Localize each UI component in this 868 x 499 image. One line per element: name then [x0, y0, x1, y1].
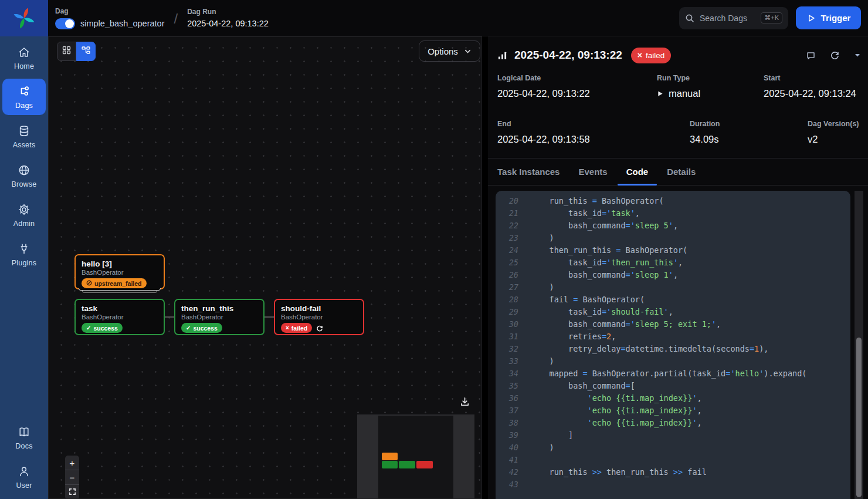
dag-pause-toggle[interactable] — [55, 18, 75, 29]
code-line: 22 bash_command='sleep 5', — [496, 220, 850, 232]
code-line: 34 mapped = BashOperator.partial(task_id… — [496, 367, 850, 380]
airflow-logo[interactable] — [0, 0, 48, 36]
code-line: 27 ) — [496, 281, 850, 294]
dag-graph-panel[interactable]: Options hello [3] BashOperator upstream_… — [48, 36, 482, 499]
sidebar-item-plugins[interactable]: Plugins — [2, 236, 46, 272]
download-graph-icon[interactable] — [459, 396, 470, 410]
run-header: 2025-04-22, 09:13:22 ×failed — [497, 46, 861, 65]
code-scrollbar-track[interactable] — [855, 191, 863, 499]
sidebar-item-docs[interactable]: Docs — [2, 419, 46, 456]
code-line: 35 bash_command=[ — [496, 380, 850, 392]
task-node-operator: BashOperator — [281, 313, 357, 321]
options-dropdown-button[interactable]: Options — [419, 41, 480, 62]
edge-task-to-then-run-this — [165, 316, 174, 318]
sidebar-item-dags[interactable]: Dags — [2, 79, 46, 115]
code-line: 25 task_id='then_run_this', — [496, 257, 850, 269]
code-line: 36 'echo {{ti.map_index}}', — [496, 392, 850, 404]
code-line: 28 fail = BashOperator( — [496, 294, 850, 306]
sidebar-item-label: Docs — [15, 442, 32, 450]
meta-duration: Duration 34.09s — [690, 120, 720, 145]
search-placeholder: Search Dags — [700, 14, 755, 23]
code-line: 41 — [496, 454, 850, 466]
code-area: 20 run_this = BashOperator(21 task_id='t… — [496, 195, 850, 491]
breadcrumb-separator: / — [174, 11, 178, 27]
meta-start: Start 2025-04-22, 09:13:24 — [764, 74, 856, 99]
grid-view-button[interactable] — [57, 42, 76, 61]
dag-label: Dag — [55, 7, 164, 15]
sidebar-item-label: Assets — [13, 141, 36, 149]
task-node-title: should-fail — [281, 304, 357, 313]
dags-icon — [18, 85, 30, 98]
graph-view-button[interactable] — [76, 42, 96, 61]
code-line: 40 ) — [496, 441, 850, 454]
zoom-in-button[interactable]: + — [65, 456, 79, 470]
state-badge-upstream-failed: upstream_failed — [82, 278, 147, 288]
chevron-down-icon[interactable] — [854, 52, 861, 59]
tab-events[interactable]: Events — [578, 159, 607, 186]
code-line: 20 run_this = BashOperator( — [496, 195, 850, 207]
fit-view-button[interactable] — [65, 485, 79, 499]
sidebar-item-label: Admin — [13, 220, 35, 228]
refresh-icon[interactable] — [830, 50, 840, 60]
grid-icon — [62, 45, 72, 58]
task-node-hello[interactable]: hello [3] BashOperator upstream_failed — [74, 254, 165, 289]
meta-run-type: Run Type manual — [657, 74, 700, 99]
state-badge-success: ✓success — [82, 323, 123, 333]
meta-logical-date: Logical Date 2025-04-22, 09:13:22 — [497, 74, 590, 99]
task-node-task[interactable]: task BashOperator ✓success — [74, 299, 165, 335]
sidebar-item-label: User — [16, 481, 32, 490]
sidebar-item-user[interactable]: User — [2, 458, 46, 495]
sidebar-item-admin[interactable]: Admin — [2, 197, 46, 233]
task-node-operator: BashOperator — [181, 313, 257, 321]
chevron-down-icon — [464, 48, 472, 55]
sidebar-item-home[interactable]: Home — [2, 39, 46, 76]
detail-tabs: Task Instances Events Code Details — [488, 159, 868, 186]
sidebar-item-assets[interactable]: Assets — [2, 118, 46, 154]
notes-icon[interactable] — [806, 50, 816, 60]
task-node-operator: BashOperator — [82, 269, 158, 276]
code-line: 24 then_run_this = BashOperator( — [496, 244, 850, 257]
book-icon — [18, 426, 30, 439]
state-badge-success: ✓success — [181, 323, 222, 333]
meta-dag-versions: Dag Version(s) v2 — [808, 120, 859, 145]
x-icon: × — [286, 325, 289, 331]
code-line: 39 ] — [496, 429, 850, 441]
search-dags-input[interactable]: Search Dags ⌘+K — [679, 7, 788, 29]
airflow-pinwheel-icon — [12, 6, 36, 31]
search-icon — [685, 14, 694, 23]
code-line: 32 retry_delay=datetime.timedelta(second… — [496, 343, 850, 355]
tab-details[interactable]: Details — [667, 159, 696, 186]
task-node-should-fail[interactable]: should-fail BashOperator ×failed — [274, 299, 364, 335]
edge-then-run-this-to-should-fail — [265, 316, 274, 318]
code-line: 23 ) — [496, 232, 850, 244]
task-node-operator: BashOperator — [82, 313, 158, 321]
breadcrumb-dag: Dag simple_bash_operator — [55, 7, 164, 29]
view-toggle-group — [57, 42, 96, 61]
code-line: 42 run_this >> then_run_this >> fail — [496, 466, 850, 478]
dag-name-link[interactable]: simple_bash_operator — [80, 19, 164, 28]
retry-icon — [316, 325, 323, 332]
dag-run-detail-panel: 2025-04-22, 09:13:22 ×failed Logical Dat… — [488, 36, 868, 499]
minimap-node-should-fail — [416, 461, 433, 468]
sidebar-bottom-nav: Docs User — [0, 416, 48, 499]
code-viewer[interactable]: 20 run_this = BashOperator(21 task_id='t… — [496, 191, 850, 499]
task-node-title: task — [82, 304, 158, 313]
code-scrollbar-thumb[interactable] — [856, 338, 862, 497]
run-title: 2025-04-22, 09:13:22 — [514, 49, 622, 62]
code-line: 31 retries=2, — [496, 331, 850, 343]
fullscreen-icon — [69, 487, 76, 497]
task-node-then-run-this[interactable]: then_run_this BashOperator ✓success — [174, 299, 265, 335]
task-node-title: hello [3] — [82, 259, 158, 268]
tab-code[interactable]: Code — [626, 159, 649, 186]
graph-minimap[interactable] — [357, 414, 474, 499]
bar-chart-icon — [497, 50, 507, 60]
check-icon: ✓ — [86, 325, 91, 331]
tab-task-instances[interactable]: Task Instances — [497, 159, 560, 186]
state-badge-failed: ×failed — [281, 323, 312, 333]
sidebar-item-browse[interactable]: Browse — [2, 157, 46, 194]
minimap-node-task — [382, 461, 398, 468]
sidebar-nav: Home Dags Assets Browse Admin Plugins — [0, 36, 48, 275]
zoom-out-button[interactable]: − — [65, 470, 79, 485]
upstream-failed-icon — [86, 280, 92, 287]
trigger-button[interactable]: Trigger — [796, 6, 861, 29]
